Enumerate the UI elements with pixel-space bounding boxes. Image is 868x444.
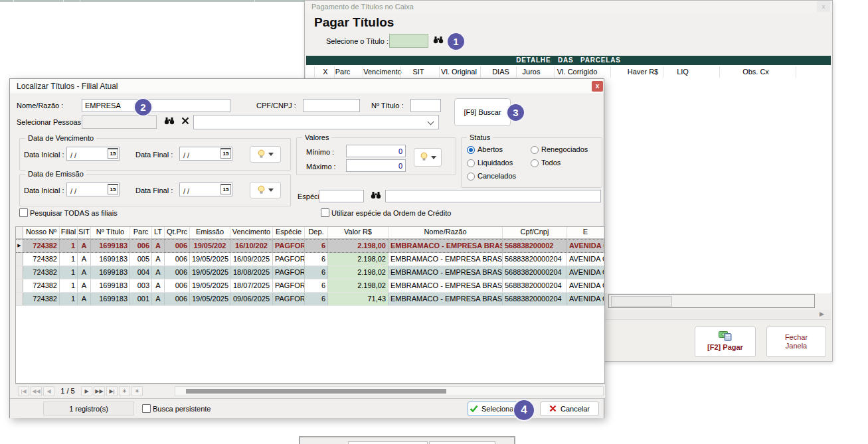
- parcel-column-2[interactable]: Vencimento: [363, 68, 401, 76]
- grid-column-header-4[interactable]: Parc: [130, 227, 152, 238]
- grid-column-header-3[interactable]: Nº Título: [91, 227, 130, 238]
- data-final-input[interactable]: / / 15: [179, 147, 232, 161]
- pagar-button[interactable]: [F2] Pagar: [695, 327, 756, 357]
- data-inicial-input[interactable]: / / 15: [66, 147, 120, 161]
- n-titulo-input[interactable]: [410, 99, 441, 112]
- filiais-checkbox[interactable]: [19, 208, 28, 217]
- grid-cell: A: [78, 266, 91, 279]
- parcel-column-3[interactable]: SIT: [412, 68, 424, 76]
- grid-h-scrollbar[interactable]: [175, 386, 604, 396]
- grid-column-header-12[interactable]: Nome/Razão: [389, 227, 503, 238]
- cpf-cnpj-input[interactable]: [303, 99, 360, 112]
- calendar-icon[interactable]: 15: [108, 148, 118, 159]
- ordem-credito-checkbox[interactable]: [321, 208, 329, 217]
- record-count: 1 registro(s): [43, 402, 134, 415]
- grid-column-header-10[interactable]: Dep.: [305, 227, 328, 238]
- grid-column-header-14[interactable]: E: [567, 227, 604, 238]
- lightbulb-icon: [420, 152, 428, 163]
- nome-razao-input[interactable]: EMPRESA: [82, 99, 230, 112]
- scrollbar-thumb[interactable]: [611, 296, 672, 307]
- calendar-icon[interactable]: 15: [220, 184, 231, 194]
- buscar-button[interactable]: [F9] Buscar: [454, 98, 511, 126]
- minimo-input[interactable]: 0: [346, 145, 406, 157]
- parcelas-section-header: DETALHE DAS PARCELAS: [306, 56, 831, 65]
- pessoas-code-input[interactable]: [82, 115, 157, 129]
- grid-column-header-2[interactable]: SIT: [78, 227, 91, 238]
- grid-cell: 724382: [23, 293, 60, 305]
- group-title: Valores: [302, 133, 331, 141]
- table-row[interactable]: ▶7243821A1699183006A00619/05/20216/10/20…: [16, 239, 604, 253]
- value-filter-options-button[interactable]: [414, 148, 442, 167]
- parcel-column-4[interactable]: Vl. Original: [441, 68, 477, 76]
- status-radio-todos[interactable]: [531, 159, 539, 167]
- table-row[interactable]: 7243821A1699183004A00619/05/202518/08/20…: [16, 266, 604, 279]
- grid-column-header-5[interactable]: LT: [152, 227, 165, 238]
- table-row[interactable]: 7243821A1699183001A00619/05/202509/06/20…: [16, 293, 604, 306]
- grid-cell: 56883820000204: [503, 253, 567, 265]
- clear-x-icon[interactable]: [181, 117, 189, 126]
- selecionar-button[interactable]: Selecionar: [468, 402, 518, 416]
- table-row[interactable]: 7243821A1699183005A00619/05/202516/09/20…: [16, 253, 604, 266]
- titulo-code-input[interactable]: [389, 34, 428, 48]
- data-final-input[interactable]: / / 15: [179, 183, 232, 196]
- maximo-input[interactable]: 0: [346, 159, 406, 172]
- grid-cell: 1: [60, 293, 78, 305]
- nav-last-button[interactable]: ▶|: [106, 386, 118, 396]
- close-icon[interactable]: x: [817, 1, 830, 12]
- parcelas-h-scrollbar[interactable]: [608, 294, 815, 308]
- binoculars-icon[interactable]: [164, 116, 175, 126]
- parcel-column-0[interactable]: X: [323, 68, 327, 76]
- date-filter-options-button[interactable]: [250, 182, 281, 198]
- parcel-column-9[interactable]: LIQ: [677, 68, 689, 76]
- nav-prior-page-button[interactable]: ◀◀: [31, 386, 42, 396]
- table-row[interactable]: 7243821A1699183003A00619/05/202518/07/20…: [16, 279, 604, 293]
- busca-persistente-checkbox[interactable]: [142, 404, 151, 413]
- grid-column-header-8[interactable]: Vencimento: [230, 227, 273, 238]
- status-radio-liquidados[interactable]: [467, 159, 475, 167]
- status-radio-cancelados[interactable]: [467, 173, 475, 181]
- scrollbar-thumb[interactable]: [186, 389, 446, 394]
- especie-code-input[interactable]: [319, 190, 364, 202]
- cancelar-button[interactable]: Cancelar: [540, 402, 599, 416]
- nav-first-button[interactable]: |◀: [18, 386, 29, 396]
- data-inicial-input[interactable]: / / 15: [66, 183, 120, 196]
- status-radio-abertos[interactable]: [467, 146, 475, 154]
- parcel-column-1[interactable]: Parc: [335, 68, 351, 76]
- grid-column-header-1[interactable]: Filial: [60, 227, 78, 238]
- nav-next-page-button[interactable]: ▶▶: [94, 386, 105, 396]
- nav-insert-button[interactable]: ✳: [119, 386, 130, 396]
- dropdown-caret-icon: [431, 156, 436, 159]
- grid-column-header-0[interactable]: Nosso Nº: [23, 227, 60, 238]
- date-filter-options-button[interactable]: [250, 146, 281, 163]
- row-selector: ▶: [16, 240, 23, 252]
- grid-cell: PAGFORM: [273, 266, 305, 279]
- parcel-column-10[interactable]: Obs. Cx: [742, 68, 769, 76]
- status-radio-renegociados[interactable]: [531, 146, 539, 154]
- pessoas-combobox[interactable]: [193, 115, 439, 129]
- right-arrow-icon[interactable]: ▶: [820, 311, 824, 317]
- nav-next-button[interactable]: ▶: [81, 386, 92, 396]
- nav-prior-button[interactable]: ◀: [43, 386, 54, 396]
- nav-append-button[interactable]: ✳: [131, 386, 143, 396]
- data-final-label: Data Final :: [135, 186, 173, 194]
- calendar-icon[interactable]: 15: [108, 184, 118, 194]
- grid-cell: AVENIDA CO: [567, 293, 604, 305]
- grid-column-header-6[interactable]: Qt.Prc: [165, 227, 190, 238]
- binoculars-icon[interactable]: [371, 190, 381, 200]
- grid-column-header-11[interactable]: Valor R$: [328, 227, 389, 238]
- binoculars-icon[interactable]: [433, 35, 444, 45]
- parcel-column-5[interactable]: DIAS: [492, 68, 509, 76]
- parcel-column-6[interactable]: Juros: [523, 68, 541, 76]
- grid-column-header-7[interactable]: Emissão: [190, 227, 230, 238]
- parcel-column-8[interactable]: Haver R$: [628, 68, 658, 76]
- fechar-janela-button[interactable]: Fechar Janela: [766, 327, 826, 357]
- grid-cell: AVENIDA C: [567, 240, 604, 252]
- especie-desc-input[interactable]: [385, 190, 601, 202]
- grid-column-header-13[interactable]: Cpf/Cnpj: [503, 227, 567, 238]
- calendar-icon[interactable]: 15: [220, 148, 231, 159]
- close-icon[interactable]: x: [592, 81, 603, 92]
- parcel-column-7[interactable]: Vl. Corrigido: [557, 68, 598, 76]
- grid-cell: 16/09/2025: [230, 253, 273, 265]
- grid-column-header-9[interactable]: Espécie: [273, 227, 305, 238]
- localizar-footer: 1 registro(s) Busca persistente Selecion…: [10, 398, 604, 418]
